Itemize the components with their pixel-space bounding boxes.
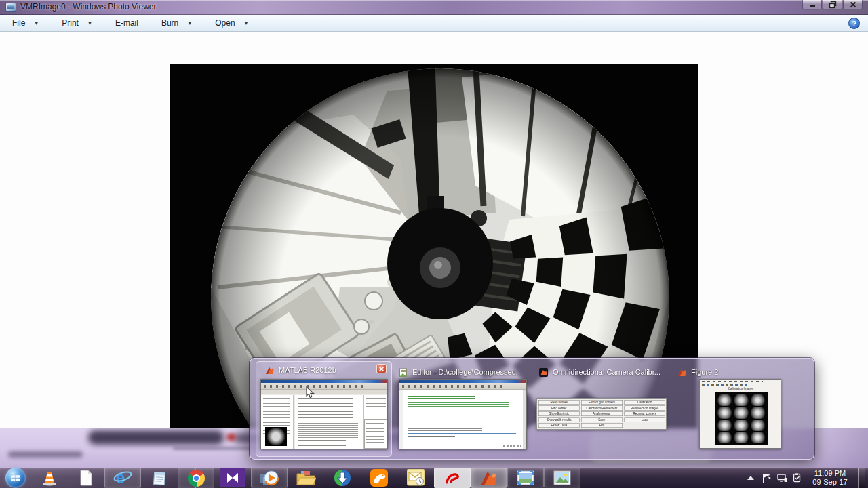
chevron-down-icon: ▼ [187,21,192,26]
airtel-icon [443,469,461,487]
menu-file[interactable]: File ▼ [12,18,39,28]
remove-hardware-icon[interactable] [793,473,802,483]
taskbar-item-outlook[interactable] [397,468,434,488]
matlab-icon [539,368,548,377]
document-icon [79,470,93,486]
action-center-flag-icon[interactable] [762,473,771,483]
taskbar-preview-popup: MATLAB R2012b Editor - [250,358,814,460]
preview-omni-title: Omnidirectional Camera Calibr... [539,367,660,378]
gui-button: Reproject on images [624,406,665,411]
taskbar-item-uc-browser[interactable] [361,468,397,488]
notepad-icon [152,470,167,486]
image-icon [553,470,571,485]
gui-button: Export Data [538,423,580,428]
taskbar-item-notepad[interactable] [141,468,178,488]
vlc-icon [41,470,58,486]
gui-button: Exit [581,423,623,428]
preview-close-button[interactable] [376,364,387,373]
taskbar-item-idm[interactable] [324,468,361,488]
taskbar-clock[interactable]: 11:09 PM 09-Sep-17 [808,469,852,487]
preview-matlab-title: MATLAB R2012b [265,365,336,375]
calibration-gui-buttons: Read names Extract grid corners Calibrat… [537,399,667,429]
preview-editor-title: Editor - D:\college\Compressed... [399,367,522,378]
preview-figure2-thumbnail[interactable]: Calibration Images [699,379,781,449]
gui-button: Calibration Refinement [581,406,623,411]
taskbar: e [0,468,868,488]
svg-text:e: e [116,469,125,487]
gui-button: Extract grid corners [581,400,623,405]
preview-figure2-title: Figure 2 [677,367,718,378]
figure-caption: Calibration Images [700,387,782,390]
minimize-button[interactable] [802,0,822,10]
menu-open[interactable]: Open ▼ [215,18,248,28]
folder-icon [296,470,316,486]
menu-print[interactable]: Print ▼ [62,18,92,28]
chevron-down-icon: ▼ [244,21,249,26]
chrome-icon [188,470,205,487]
window-title: VMRImage0 - Windows Photo Viewer [20,2,157,12]
uc-browser-icon [370,469,388,487]
internet-explorer-icon: e [113,469,132,487]
calibration-images-grid [715,392,768,445]
windows-start-icon [5,468,26,488]
clock-date: 09-Sep-17 [808,478,852,487]
preview-omni-thumbnail[interactable]: Read names Extract grid corners Calibrat… [536,398,667,430]
taskbar-item-chrome[interactable] [178,468,214,488]
taskbar-item-airtel[interactable] [434,468,471,488]
show-hidden-icons-button[interactable] [746,473,755,483]
gui-button: Show calib results [538,418,580,422]
taskbar-item-internet-explorer[interactable]: e [104,468,141,488]
taskbar-item-document[interactable] [68,468,104,488]
close-button[interactable] [843,0,863,10]
help-icon[interactable]: ? [848,18,860,29]
titlebar[interactable]: VMRImage0 - Windows Photo Viewer [0,0,868,15]
matlab-icon [677,368,686,377]
taskbar-item-media-player[interactable] [251,468,288,488]
taskbar-item-explorer[interactable] [288,468,324,488]
menu-burn[interactable]: Burn ▼ [161,18,192,28]
media-player-icon [260,469,279,487]
gui-button: Analyse error [581,411,623,416]
chevron-down-icon: ▼ [34,21,39,26]
screen: VMRImage0 - Windows Photo Viewer File ▼ … [0,0,868,488]
system-tray: 11:09 PM 09-Sep-17 [746,468,868,488]
photo-viewer-icon [517,470,534,485]
taskbar-item-visual-studio[interactable] [214,468,251,488]
photo-viewer-window-icon [5,3,16,12]
gui-button: Recomp. corners [624,411,665,416]
matlab-icon [265,366,274,375]
show-desktop-button[interactable] [858,468,865,488]
visual-studio-icon [220,468,245,487]
gui-button: Calibration [624,400,665,405]
gui-button: Read names [538,400,580,405]
network-icon[interactable] [777,473,787,483]
taskbar-item-matlab[interactable] [471,468,507,488]
chevron-down-icon: ▼ [87,21,92,26]
idm-icon [334,469,351,487]
restore-button[interactable] [823,0,842,10]
taskbar-item-vlc[interactable] [31,468,68,488]
blurred-window-shape [88,430,224,445]
blurred-text [8,451,83,458]
taskbar-item-image-viewer[interactable] [544,468,580,488]
preview-editor-thumbnail[interactable] [399,379,527,449]
gui-button-empty [624,423,665,428]
thumbnail-fisheye-image [265,427,287,446]
gui-button: Find center [538,406,580,411]
editor-file-icon [399,368,408,377]
gui-button: Show Extrinsic [538,411,580,416]
preview-matlab-thumbnail[interactable] [260,379,388,449]
menu-email[interactable]: E-mail [115,18,138,28]
matlab-icon [479,469,498,487]
clock-time: 11:09 PM [808,469,852,478]
start-button[interactable] [0,468,31,488]
gui-button: Load [624,418,665,422]
gui-button: Save [581,418,623,422]
blurred-red-dot [226,434,236,441]
outlook-icon [407,469,425,487]
mouse-cursor [306,386,315,399]
taskbar-item-photo-viewer[interactable] [507,468,544,488]
menubar: File ▼ Print ▼ E-mail Burn ▼ Open ▼ ? [0,15,868,32]
